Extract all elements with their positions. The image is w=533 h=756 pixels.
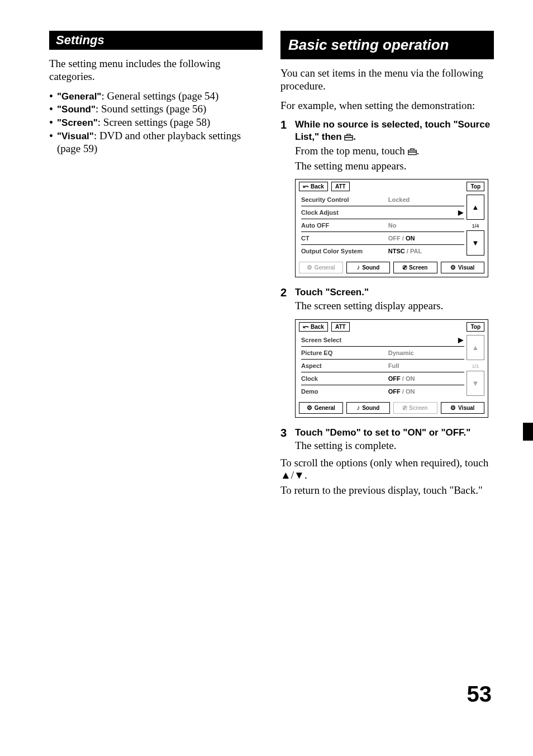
menu-row[interactable]: ClockOFF / ON bbox=[301, 372, 464, 385]
sliders-icon bbox=[450, 404, 456, 412]
category-name: "Visual" bbox=[57, 131, 94, 141]
note-icon bbox=[356, 264, 360, 271]
step-number: 2 bbox=[280, 286, 289, 419]
menu-row[interactable]: Security ControlLocked bbox=[301, 193, 464, 206]
tab-sound[interactable]: Sound bbox=[346, 402, 391, 414]
page-indicator: 1/4 bbox=[467, 221, 484, 230]
gear-icon bbox=[307, 404, 312, 412]
menu-row[interactable]: AspectFull bbox=[301, 360, 464, 372]
intro-paragraph: You can set items in the menu via the fo… bbox=[280, 67, 494, 93]
step-text: . bbox=[417, 145, 420, 157]
row-label: Clock bbox=[301, 375, 385, 382]
row-value: Locked bbox=[388, 196, 464, 203]
back-arrow-icon bbox=[303, 324, 309, 330]
menu-row[interactable]: Auto OFFNo bbox=[301, 219, 464, 232]
step-text: While no source is selected, touch "Sour… bbox=[295, 119, 490, 141]
row-label: Demo bbox=[301, 388, 385, 395]
top-button[interactable]: Top bbox=[467, 182, 484, 191]
step-number: 1 bbox=[280, 119, 289, 280]
category-desc: : Sound settings (page 56) bbox=[96, 103, 206, 115]
scroll-up-button bbox=[467, 335, 484, 360]
step-1-line1: From the top menu, touch . bbox=[295, 145, 494, 159]
tab-general[interactable]: General bbox=[299, 262, 343, 273]
tab-visual[interactable]: Visual bbox=[441, 262, 485, 273]
menu-row[interactable]: Picture EQDynamic bbox=[301, 347, 464, 360]
row-label: Clock Adjust bbox=[301, 209, 380, 216]
tab-label: Screen bbox=[409, 405, 427, 411]
row-label: Security Control bbox=[301, 196, 385, 203]
back-button[interactable]: Back bbox=[299, 182, 328, 191]
tab-screen[interactable]: Screen bbox=[393, 262, 437, 273]
row-value: OFF / ON bbox=[388, 235, 464, 242]
page-number: 53 bbox=[467, 682, 492, 707]
row-value: No bbox=[388, 222, 464, 229]
top-button[interactable]: Top bbox=[467, 322, 484, 332]
step-2: 2 Touch "Screen." The screen setting dis… bbox=[280, 286, 494, 419]
settings-menu-2: Back ATT Top Screen Select▶ Picture EQDy… bbox=[295, 319, 488, 418]
footer-text: . bbox=[304, 469, 307, 481]
row-label: Aspect bbox=[301, 362, 385, 369]
att-button[interactable]: ATT bbox=[331, 182, 350, 191]
tab-label: Sound bbox=[362, 264, 379, 271]
svg-rect-3 bbox=[408, 152, 416, 153]
row-value: OFF / ON bbox=[388, 388, 464, 395]
settings-toolbox-icon bbox=[344, 132, 353, 144]
settings-toolbox-icon bbox=[408, 146, 417, 159]
step-3-title: Touch "Demo" to set to "ON" or "OFF." bbox=[295, 427, 494, 438]
settings-menu-1: Back ATT Top Security ControlLocked Cloc… bbox=[295, 179, 488, 277]
step-2-line: The screen setting display appears. bbox=[295, 300, 494, 313]
sliders-icon bbox=[450, 264, 456, 271]
arrow-up-down-icon: ▲/▼ bbox=[280, 469, 304, 481]
category-desc: : Screen settings (page 58) bbox=[98, 116, 211, 128]
screen-icon bbox=[403, 405, 407, 411]
gear-icon bbox=[307, 264, 312, 271]
chevron-down-icon bbox=[472, 379, 479, 388]
menu-row[interactable]: CTOFF / ON bbox=[301, 232, 464, 245]
step-3-line: The setting is complete. bbox=[295, 440, 494, 452]
row-value: Full bbox=[388, 362, 464, 369]
settings-heading: Settings bbox=[49, 31, 263, 50]
right-column: Basic setting operation You can set item… bbox=[280, 31, 494, 716]
tab-label: Visual bbox=[458, 405, 474, 411]
list-item: "Visual": DVD and other playback setting… bbox=[49, 130, 263, 155]
back-button[interactable]: Back bbox=[299, 322, 328, 332]
back-label: Back bbox=[311, 324, 324, 330]
svg-rect-2 bbox=[408, 150, 416, 154]
scroll-up-button[interactable] bbox=[467, 195, 484, 220]
step-1: 1 While no source is selected, touch "So… bbox=[280, 119, 494, 280]
step-number: 3 bbox=[280, 427, 289, 452]
row-label: Screen Select bbox=[301, 337, 380, 343]
left-column: Settings The setting menu includes the f… bbox=[49, 31, 263, 716]
list-item: "Sound": Sound settings (page 56) bbox=[49, 103, 263, 116]
settings-intro: The setting menu includes the following … bbox=[49, 58, 263, 83]
menu-row[interactable]: Screen Select▶ bbox=[301, 334, 464, 347]
tab-label: General bbox=[315, 264, 335, 271]
menu-row[interactable]: Output Color SystemNTSC / PAL bbox=[301, 245, 464, 257]
tab-general[interactable]: General bbox=[299, 402, 343, 414]
basic-setting-heading: Basic setting operation bbox=[280, 31, 494, 59]
footer-text: To scroll the options (only when require… bbox=[280, 457, 488, 469]
note-icon bbox=[356, 405, 360, 411]
tab-visual[interactable]: Visual bbox=[441, 402, 485, 414]
tab-screen[interactable]: Screen bbox=[393, 402, 437, 414]
thumb-index-tab bbox=[523, 423, 533, 441]
chevron-right-icon: ▶ bbox=[458, 209, 464, 216]
scroll-down-button[interactable] bbox=[467, 230, 484, 256]
row-value: NTSC / PAL bbox=[388, 248, 464, 254]
row-label: Picture EQ bbox=[301, 349, 385, 356]
step-text: From the top menu, touch bbox=[295, 145, 408, 157]
list-item: "Screen": Screen settings (page 58) bbox=[49, 116, 263, 129]
row-value: Dynamic bbox=[388, 349, 464, 356]
row-value: OFF / ON bbox=[388, 375, 464, 382]
tab-sound[interactable]: Sound bbox=[346, 262, 391, 273]
step-1-line2: The setting menu appears. bbox=[295, 160, 494, 173]
att-button[interactable]: ATT bbox=[331, 322, 350, 332]
step-3: 3 Touch "Demo" to set to "ON" or "OFF." … bbox=[280, 427, 494, 452]
settings-category-list: "General": General settings (page 54) "S… bbox=[49, 90, 263, 155]
menu-row[interactable]: Clock Adjust▶ bbox=[301, 206, 464, 219]
menu-row[interactable]: DemoOFF / ON bbox=[301, 385, 464, 398]
back-label: Back bbox=[311, 183, 324, 190]
row-label: CT bbox=[301, 235, 385, 242]
tab-label: Visual bbox=[458, 264, 474, 271]
svg-rect-0 bbox=[345, 135, 353, 140]
